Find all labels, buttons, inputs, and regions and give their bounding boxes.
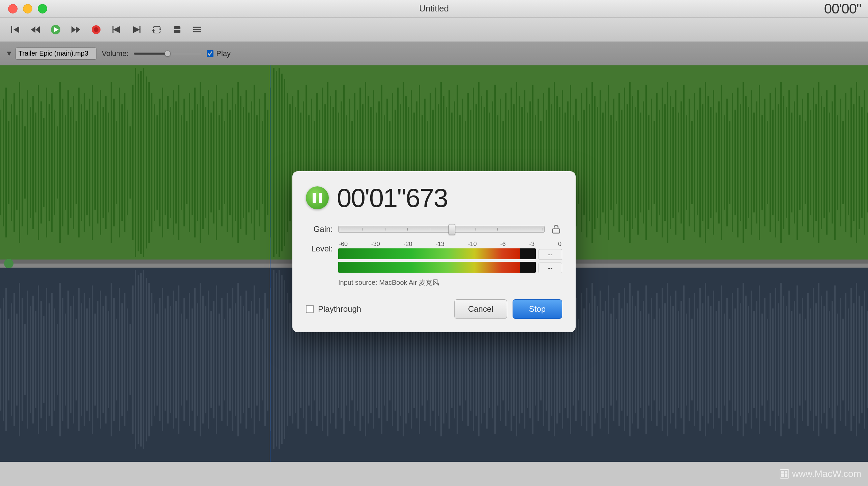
- track-area: ▼ Trailer Epic (main).mp3 Volume: Play /…: [0, 42, 868, 462]
- gain-label: Gain:: [306, 224, 333, 234]
- gain-slider[interactable]: [338, 226, 545, 233]
- svg-marker-1: [13, 26, 19, 33]
- recording-dialog-overlay: 00'01"673 Gain:: [0, 42, 868, 462]
- lock-icon: [550, 223, 562, 235]
- svg-marker-3: [35, 26, 40, 33]
- level-bar-2: [338, 262, 536, 273]
- skip-back-button[interactable]: [108, 22, 125, 37]
- window-title: Untitled: [419, 3, 449, 14]
- svg-marker-6: [71, 26, 76, 33]
- level-bar-row-1: --: [338, 248, 562, 261]
- dialog-buttons: Cancel Stop: [454, 299, 562, 319]
- play-button[interactable]: [47, 22, 64, 37]
- stop-all-button[interactable]: [169, 22, 185, 37]
- dialog-footer: Playthrough Cancel Stop: [306, 299, 562, 319]
- level-scale: -60 -30 -20 -13 -10 -6 -3 0: [338, 241, 562, 248]
- watermark: www.MacW.com: [779, 468, 861, 479]
- dialog-header: 00'01"673: [306, 185, 562, 211]
- close-button[interactable]: [8, 4, 18, 13]
- toolbar: [0, 18, 868, 42]
- corner-timer: 00'00": [824, 1, 861, 17]
- watermark-text: www.MacW.com: [792, 468, 861, 479]
- recording-dialog: 00'01"673 Gain:: [292, 171, 576, 332]
- svg-rect-668: [781, 474, 784, 477]
- record-button[interactable]: [88, 22, 105, 37]
- playthrough-checkbox-box[interactable]: [306, 305, 314, 313]
- gain-row: Gain:: [306, 223, 562, 235]
- maximize-button[interactable]: [38, 4, 47, 13]
- svg-rect-669: [785, 474, 787, 477]
- level-meters: -60 -30 -20 -13 -10 -6 -3 0 --: [338, 241, 562, 275]
- svg-rect-19: [193, 31, 201, 32]
- svg-marker-12: [133, 26, 140, 33]
- minimize-button[interactable]: [23, 4, 32, 13]
- svg-rect-17: [193, 27, 201, 28]
- playthrough-checkbox[interactable]: Playthrough: [306, 304, 361, 314]
- svg-rect-664: [553, 229, 560, 233]
- traffic-lights: [8, 4, 47, 13]
- level-bar-1: [338, 248, 536, 259]
- rewind-button[interactable]: [27, 22, 44, 37]
- pause-button[interactable]: [306, 186, 329, 209]
- watermark-icon: [779, 469, 789, 479]
- level-section: Level: -60 -30 -20 -13 -10 -6 -3 0: [306, 241, 562, 275]
- playthrough-label: Playthrough: [318, 304, 361, 314]
- level-value-1: --: [539, 249, 562, 260]
- cancel-button[interactable]: Cancel: [454, 299, 507, 319]
- svg-point-9: [94, 27, 98, 32]
- svg-rect-666: [781, 471, 784, 474]
- svg-rect-667: [785, 471, 787, 474]
- level-fill-2: [338, 262, 520, 273]
- level-bar-row-2: --: [338, 262, 562, 274]
- recording-timer: 00'01"673: [337, 185, 447, 211]
- skip-forward-button[interactable]: [128, 22, 145, 37]
- loop-button[interactable]: [148, 22, 165, 37]
- level-label: Level:: [306, 241, 333, 253]
- level-fill-1: [338, 248, 520, 259]
- pause-icon: [313, 193, 322, 203]
- input-source-label: Input source: MacBook Air 麦克风: [338, 278, 562, 287]
- svg-marker-10: [113, 26, 120, 33]
- fast-forward-button[interactable]: [67, 22, 84, 37]
- trim-button[interactable]: [189, 22, 206, 37]
- title-bar: Untitled 00'00": [0, 0, 868, 18]
- svg-marker-7: [76, 26, 80, 33]
- svg-rect-18: [193, 29, 201, 30]
- gain-slider-knob[interactable]: [449, 224, 455, 235]
- back-to-start-button[interactable]: [7, 22, 24, 37]
- svg-rect-665: [780, 469, 789, 478]
- stop-button[interactable]: Stop: [513, 299, 562, 319]
- level-value-2: --: [539, 263, 562, 273]
- svg-rect-0: [11, 26, 12, 33]
- svg-marker-2: [31, 26, 35, 33]
